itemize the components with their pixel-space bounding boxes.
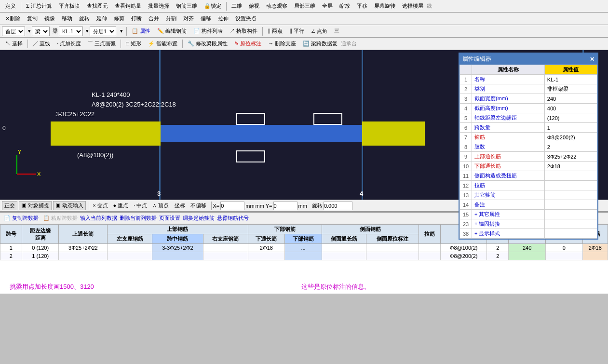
cell-legs-1[interactable]: 2 (487, 252, 509, 260)
prop-val-16[interactable] (544, 229, 597, 239)
btn-page-setup[interactable]: 页面设置 (159, 215, 180, 222)
prop-row-10[interactable]: 11侧面构造或受扭筋 (460, 171, 597, 181)
prop-val-6[interactable]: Φ8@200(2) (544, 133, 597, 142)
snap-center[interactable]: · 中点 (132, 202, 149, 210)
btn-find-element[interactable]: 查找图元 (84, 1, 111, 11)
btn-stretch[interactable]: 拉伸 (215, 14, 231, 23)
prop-row-16[interactable]: 38+ 显示样式 (460, 229, 597, 239)
prop-val-2[interactable]: 240 (544, 94, 597, 104)
prop-val-4[interactable]: (120) (544, 113, 597, 123)
prop-row-5[interactable]: 6跨数量1 (460, 123, 597, 133)
status-checkbox-snap[interactable]: ▣ 对象捕捉 (19, 201, 52, 210)
cell-side-cont-0[interactable] (322, 244, 366, 252)
btn-select-mode[interactable]: ↖ 选择 (2, 39, 26, 48)
snap-endpoint[interactable]: ∧ 顶点 (150, 202, 171, 210)
cell-hanger-0[interactable]: 2Φ18 (582, 244, 608, 252)
btn-copy[interactable]: 复制 (24, 14, 41, 23)
cell-side-mark-1[interactable] (366, 252, 419, 260)
prop-val-7[interactable]: 2 (544, 142, 597, 152)
cell-span-0[interactable]: 1 (0, 244, 22, 252)
btn-delete-support[interactable]: → 删除支座 (265, 39, 299, 48)
menu-define[interactable]: 定义 (2, 1, 19, 11)
prop-val-1[interactable]: 非框架梁 (544, 84, 597, 94)
btn-paste-span-data[interactable]: 📋 粘贴跨数据 (43, 215, 78, 222)
btn-adjust-stirrup[interactable]: 调换起始箍筋 (183, 215, 215, 222)
prop-row-4[interactable]: 5轴线距梁左边缘距(120) (460, 113, 597, 123)
btn-point-length[interactable]: · 点加长度 (54, 39, 84, 48)
cell-sec-width-0[interactable]: 240 (509, 244, 546, 252)
x-input[interactable] (220, 202, 244, 210)
prop-row-8[interactable]: 9上部通长筋3Φ25+2Φ22 (460, 152, 597, 162)
btn-rebar-3d[interactable]: 钢筋三维 (173, 1, 200, 11)
btn-mirror[interactable]: 镜像 (41, 14, 58, 23)
cell-dist-1[interactable]: 1 (120) (22, 252, 59, 260)
btn-modify-segment[interactable]: 🔧 修改梁段属性 (185, 39, 230, 48)
btn-input-col-data[interactable]: 输入当前列数据 (80, 215, 117, 222)
btn-view-rebar[interactable]: 查看钢筋量 (112, 1, 144, 11)
cell-side-mark-0[interactable] (366, 244, 419, 252)
btn-move[interactable]: 移动 (59, 14, 75, 23)
floor-selector[interactable]: 首层 (2, 27, 25, 36)
prop-row-13[interactable]: 14备注 (460, 200, 597, 210)
cell-stirrup-0[interactable]: Φ8@100(2) (440, 244, 487, 252)
btn-line[interactable]: ╱ 直线 (30, 39, 53, 48)
prop-row-3[interactable]: 4截面高度(mm)400 (460, 104, 597, 113)
btn-rect[interactable]: □ 矩形 (123, 39, 144, 48)
prop-row-2[interactable]: 3截面宽度(mm)240 (460, 94, 597, 104)
layer-selector[interactable]: 分层1 (90, 27, 116, 36)
prop-row-0[interactable]: 1名称KL-1 (460, 75, 597, 84)
status-checkbox-orthogonal[interactable]: 正交 (2, 201, 17, 210)
prop-val-11[interactable] (544, 181, 597, 190)
btn-properties[interactable]: 📋 属性 (129, 27, 153, 36)
cell-mid-bar-0[interactable]: 3-3Φ25+2Φ2 (152, 244, 203, 252)
btn-set-grip[interactable]: 设置夹点 (232, 14, 259, 23)
prop-row-12[interactable]: 13其它箍筋 (460, 190, 597, 200)
prop-row-6[interactable]: 7箍筋Φ8@200(2) (460, 133, 597, 142)
prop-row-11[interactable]: 12拉筋 (460, 181, 597, 190)
prop-val-10[interactable] (544, 171, 597, 181)
beam-name-selector[interactable]: KL-1 (59, 27, 83, 36)
btn-component-list[interactable]: 📄 构件列表 (190, 27, 226, 36)
btn-three[interactable]: 三 (331, 27, 342, 36)
prop-val-3[interactable]: 400 (544, 104, 597, 113)
cell-sec-width-1[interactable] (509, 252, 546, 260)
cell-sec-add-1[interactable] (545, 252, 582, 260)
y-input[interactable] (273, 202, 297, 210)
cell-tie-1[interactable] (419, 252, 440, 260)
btn-zoom[interactable]: 缩放 (337, 1, 353, 11)
btn-pan[interactable]: 平移 (354, 1, 370, 11)
btn-delete-col-data[interactable]: 删除当前列数据 (120, 215, 157, 222)
snap-coords[interactable]: 坐标 (173, 202, 187, 210)
btn-fullscreen[interactable]: 全屏 (319, 1, 336, 11)
btn-split[interactable]: 分割 (163, 14, 179, 23)
btn-cantilever-code[interactable]: 悬臂钢筋代号 (217, 215, 249, 222)
snap-intersection[interactable]: × 交点 (91, 202, 109, 210)
btn-batch-select[interactable]: 批量选择 (145, 1, 172, 11)
cell-right-seat-1[interactable] (203, 252, 248, 260)
cell-sec-add-0[interactable]: 0 (545, 244, 582, 252)
btn-select-floor[interactable]: 选择楼层 (399, 1, 426, 11)
prop-val-8[interactable]: 3Φ25+2Φ22 (544, 152, 597, 162)
btn-origin-mark[interactable]: ✎ 原位标注 (231, 39, 264, 48)
btn-trim[interactable]: 修剪 (111, 14, 127, 23)
btn-edit-rebar[interactable]: ✏️ 编辑钢筋 (154, 27, 189, 36)
btn-copy-span-data[interactable]: 📄 复制跨数据 (2, 214, 41, 223)
cell-mid-bar-1[interactable] (152, 252, 203, 260)
btn-local-3d[interactable]: 局部三维 (291, 1, 318, 11)
cell-hanger-1[interactable] (582, 252, 608, 260)
btn-merge[interactable]: 合并 (146, 14, 162, 23)
rotate-input[interactable] (324, 202, 352, 210)
btn-top-view[interactable]: 俯视 (246, 1, 262, 11)
btn-sum-calc[interactable]: Σ 汇总计算 (23, 1, 55, 11)
btn-offset[interactable]: 偏移 (198, 14, 214, 23)
prop-val-0[interactable]: KL-1 (544, 75, 597, 84)
btn-rotate[interactable]: 旋转 (76, 14, 93, 23)
prop-val-14[interactable] (544, 210, 597, 219)
cell-tie-0[interactable] (419, 244, 440, 252)
prop-val-15[interactable] (544, 219, 597, 229)
snap-nooffset[interactable]: 不偏移 (189, 202, 208, 210)
btn-align[interactable]: 对齐 (180, 14, 197, 23)
property-panel-close-btn[interactable]: ✕ (590, 56, 594, 63)
btn-point-angle[interactable]: ∠ 点角 (308, 27, 330, 36)
component-type-selector[interactable]: 梁 (32, 27, 50, 36)
